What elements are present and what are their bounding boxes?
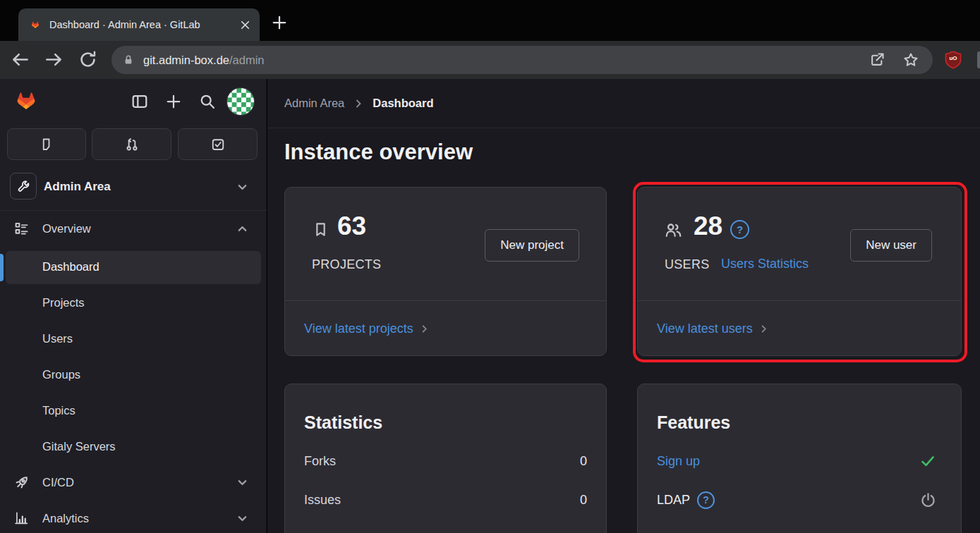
ublock-badge-text: uO [948, 55, 959, 61]
features-card: Features Sign up LDAP ? Gravatar [637, 384, 962, 533]
breadcrumb: Admin Area Dashboard [284, 79, 433, 128]
sidebar-item-label: Analytics [42, 501, 89, 533]
chevron-down-icon[interactable] [236, 180, 249, 194]
sidebar-item-gitaly-servers[interactable]: Gitaly Servers [0, 429, 267, 465]
url-path: /admin [229, 54, 265, 66]
stat-row-issues: Issues 0 [304, 490, 587, 510]
todo-list-shortcut-button[interactable] [178, 128, 258, 160]
sidebar-item-label: Projects [42, 285, 85, 321]
new-user-button[interactable]: New user [850, 229, 932, 262]
check-icon [920, 453, 936, 469]
feature-row-ldap: LDAP ? [657, 490, 942, 510]
browser-window: Dashboard · Admin Area · GitLab git.admi… [0, 0, 980, 533]
sidebar-item-groups[interactable]: Groups [0, 357, 267, 393]
new-tab-button[interactable] [271, 14, 288, 31]
stat-label: Issues [304, 493, 341, 508]
forward-button[interactable] [44, 50, 63, 69]
users-label: USERS [665, 257, 710, 272]
browser-tab[interactable]: Dashboard · Admin Area · GitLab [18, 8, 260, 41]
issues-icon [40, 137, 54, 152]
sign-up-link[interactable]: Sign up [657, 454, 700, 469]
card-divider [285, 300, 606, 301]
sidebar-item-dashboard[interactable]: Dashboard [0, 249, 267, 285]
sidebar-item-label: Users [42, 321, 73, 357]
stat-row-forks: Forks 0 [304, 451, 587, 471]
merge-requests-shortcut-button[interactable] [92, 128, 171, 160]
chevron-down-icon[interactable] [236, 512, 249, 525]
question-mark: ? [703, 494, 709, 506]
features-title: Features [657, 412, 730, 433]
statistics-card: Statistics Forks 0 Issues 0 Merge reques… [284, 384, 607, 533]
lock-icon[interactable] [123, 54, 134, 66]
ldap-label: LDAP [657, 493, 690, 508]
address-bar[interactable]: git.admin-box.de/admin [111, 46, 933, 74]
user-avatar[interactable] [226, 87, 255, 116]
issues-shortcut-button[interactable] [7, 128, 86, 160]
admin-area-context-button[interactable] [10, 173, 37, 200]
stat-label: Forks [304, 454, 336, 469]
feature-row-gravatar: Gravatar [657, 529, 942, 533]
sidebar-item-label: Groups [42, 357, 80, 393]
stat-value: 0 [580, 454, 587, 469]
view-latest-users-link[interactable]: View latest users [657, 321, 769, 336]
sidebar-item-label: Dashboard [42, 249, 99, 285]
share-icon[interactable] [869, 52, 885, 68]
chevron-right-icon [419, 324, 430, 334]
sidebar-item-analytics[interactable]: Analytics [0, 501, 267, 533]
breadcrumb-dashboard: Dashboard [373, 97, 433, 110]
sidebar-item-users[interactable]: Users [0, 321, 267, 357]
bookmark-star-icon[interactable] [903, 52, 919, 68]
projects-card: 63 PROJECTS New project View latest proj… [284, 187, 607, 356]
page-title: Instance overview [284, 140, 473, 165]
project-icon [313, 221, 329, 238]
sidebar-item-overview[interactable]: Overview [0, 211, 267, 247]
chevron-up-icon[interactable] [236, 222, 249, 235]
main-content: Admin Area Dashboard Instance overview 6… [267, 79, 980, 533]
link-text: View latest projects [304, 321, 413, 336]
tab-close-icon[interactable] [239, 19, 251, 31]
sidebar-item-topics[interactable]: Topics [0, 393, 267, 429]
view-latest-projects-link[interactable]: View latest projects [304, 321, 430, 336]
gitlab-logo[interactable] [9, 84, 43, 118]
power-icon [920, 492, 936, 508]
help-icon[interactable]: ? [730, 220, 749, 239]
sidebar-item-cicd[interactable]: CI/CD [0, 465, 267, 501]
chevron-right-icon [353, 98, 364, 109]
question-mark: ? [737, 223, 743, 235]
sidebar-item-projects[interactable]: Projects [0, 285, 267, 321]
users-count: 28 [694, 211, 722, 242]
sidebar-item-label: Topics [42, 393, 75, 429]
stat-row-merge-requests: Merge requests 0 [304, 529, 587, 533]
stat-value: 0 [580, 493, 587, 508]
overview-icon [14, 221, 29, 236]
new-project-button[interactable]: New project [485, 229, 579, 262]
users-statistics-link[interactable]: Users Statistics [721, 257, 809, 271]
sidebar-toggle-icon[interactable] [131, 93, 148, 110]
url-text[interactable]: git.admin-box.de/admin [143, 54, 265, 67]
header-divider [267, 128, 980, 128]
url-host: git.admin-box.de [143, 54, 229, 66]
chevron-down-icon[interactable] [236, 476, 249, 489]
chart-icon [14, 511, 29, 526]
extension-overflow-sliver[interactable] [977, 51, 980, 68]
context-title[interactable]: Admin Area [44, 169, 111, 204]
back-button[interactable] [11, 50, 30, 69]
statistics-title: Statistics [304, 412, 382, 433]
card-divider [638, 300, 961, 301]
help-icon[interactable]: ? [697, 491, 715, 509]
reload-button[interactable] [78, 50, 97, 69]
projects-label: PROJECTS [312, 257, 381, 272]
tab-title: Dashboard · Admin Area · GitLab [49, 19, 239, 30]
browser-toolbar: git.admin-box.de/admin uO [0, 41, 980, 79]
users-icon [665, 221, 682, 239]
create-new-icon[interactable] [165, 93, 182, 110]
gitlab-favicon [28, 18, 42, 32]
breadcrumb-admin-area[interactable]: Admin Area [284, 97, 344, 110]
todo-check-icon [211, 137, 225, 152]
sidebar-item-label: CI/CD [42, 465, 74, 501]
search-icon[interactable] [199, 93, 216, 110]
tab-strip: Dashboard · Admin Area · GitLab [0, 0, 980, 41]
users-card: 28 ? USERS Users Statistics New user Vie… [637, 187, 962, 356]
sidebar-item-label: Overview [42, 211, 91, 247]
chevron-right-icon [758, 324, 769, 334]
